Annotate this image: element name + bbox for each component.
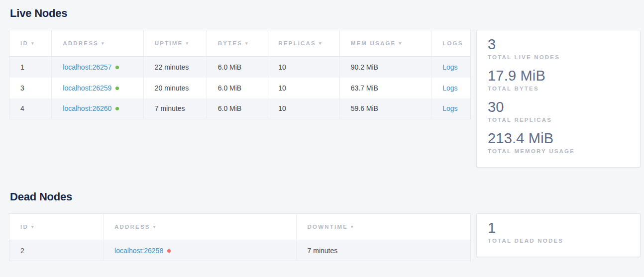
dead-nodes-table: ID▾ ADDRESS▾ DOWNTIME▾ 2 localhost:26258…	[9, 213, 471, 261]
column-label: REPLICAS	[278, 40, 316, 46]
dead-nodes-section: Dead Nodes ID▾ ADDRESS▾ DOWNTIME▾	[9, 190, 641, 261]
stat-total-bytes: 17.9 MiB TOTAL BYTES	[488, 67, 631, 92]
cell-node-id: 3	[9, 78, 52, 98]
dead-status-icon	[167, 249, 171, 253]
sort-arrow-icon: ▾	[319, 41, 322, 46]
cell-logs: Logs	[431, 78, 471, 98]
column-label: LOGS	[442, 40, 463, 46]
cell-bytes: 6.0 MiB	[207, 78, 267, 98]
sort-arrow-icon: ▾	[186, 41, 189, 46]
live-nodes-section: Live Nodes ID▾ ADDRESS▾ UPTIME▾ BYTES▾	[9, 7, 641, 168]
sort-arrow-icon: ▾	[153, 224, 157, 229]
cell-replicas: 10	[267, 57, 340, 78]
live-status-icon	[115, 87, 119, 90]
stat-label: TOTAL BYTES	[488, 86, 631, 92]
cell-mem-usage: 90.2 MiB	[339, 57, 431, 78]
cell-downtime: 7 minutes	[296, 240, 470, 261]
column-header-id[interactable]: ID▾	[9, 30, 52, 57]
sort-arrow-icon: ▾	[399, 41, 402, 46]
cell-mem-usage: 63.7 MiB	[339, 78, 431, 98]
cluster-overview-page: Live Nodes ID▾ ADDRESS▾ UPTIME▾ BYTES▾	[0, 0, 644, 261]
cell-logs: Logs	[431, 57, 471, 78]
stat-total-dead-nodes: 1 TOTAL DEAD NODES	[488, 219, 631, 244]
column-header-replicas[interactable]: REPLICAS▾	[267, 30, 340, 57]
dead-nodes-table-wrap: ID▾ ADDRESS▾ DOWNTIME▾ 2 localhost:26258…	[9, 213, 471, 261]
column-label: DOWNTIME	[308, 224, 348, 230]
stat-value: 213.4 MiB	[488, 130, 631, 147]
node-address-link[interactable]: localhost:26258	[114, 247, 163, 255]
column-header-mem-usage[interactable]: MEM USAGE▾	[339, 30, 431, 57]
cell-replicas: 10	[267, 98, 340, 119]
logs-link[interactable]: Logs	[442, 63, 457, 71]
stat-label: TOTAL DEAD NODES	[488, 238, 631, 244]
stat-label: TOTAL LIVE NODES	[488, 54, 631, 60]
live-table-header-row: ID▾ ADDRESS▾ UPTIME▾ BYTES▾ REPLICAS▾ ME…	[9, 30, 471, 57]
table-row: 1 localhost:26257 22 minutes 6.0 MiB 10 …	[9, 57, 471, 78]
column-label: ADDRESS	[114, 224, 150, 230]
sort-arrow-icon: ▾	[31, 224, 35, 229]
table-row: 2 localhost:26258 7 minutes	[9, 240, 471, 261]
dead-summary-panel: 1 TOTAL DEAD NODES	[476, 213, 641, 257]
cell-uptime: 7 minutes	[143, 98, 207, 119]
live-nodes-table-wrap: ID▾ ADDRESS▾ UPTIME▾ BYTES▾ REPLICAS▾ ME…	[9, 30, 471, 119]
dead-nodes-title: Dead Nodes	[10, 190, 641, 203]
dead-table-header-row: ID▾ ADDRESS▾ DOWNTIME▾	[9, 214, 471, 240]
column-header-address[interactable]: ADDRESS▾	[104, 214, 296, 240]
live-summary-panel: 3 TOTAL LIVE NODES 17.9 MiB TOTAL BYTES …	[476, 30, 641, 168]
stat-value: 1	[488, 219, 631, 237]
sort-arrow-icon: ▾	[102, 41, 105, 46]
column-label: ID	[20, 40, 28, 46]
logs-link[interactable]: Logs	[442, 104, 457, 112]
cell-node-id: 1	[9, 57, 52, 78]
node-address-link[interactable]: localhost:26259	[63, 84, 111, 92]
stat-total-replicas: 30 TOTAL REPLICAS	[488, 98, 631, 123]
column-header-address[interactable]: ADDRESS▾	[52, 30, 143, 57]
cell-node-address: localhost:26259	[52, 78, 143, 98]
stat-label: TOTAL REPLICAS	[488, 117, 631, 123]
cell-node-address: localhost:26258	[104, 240, 296, 261]
dead-nodes-body: ID▾ ADDRESS▾ DOWNTIME▾ 2 localhost:26258…	[9, 213, 641, 261]
column-header-downtime[interactable]: DOWNTIME▾	[296, 214, 470, 240]
cell-uptime: 22 minutes	[143, 57, 207, 78]
cell-logs: Logs	[431, 98, 471, 119]
cell-bytes: 6.0 MiB	[207, 98, 267, 119]
cell-node-address: localhost:26257	[52, 57, 143, 78]
table-row: 3 localhost:26259 20 minutes 6.0 MiB 10 …	[9, 78, 471, 98]
cell-replicas: 10	[267, 78, 340, 98]
cell-mem-usage: 59.6 MiB	[339, 98, 431, 119]
column-header-bytes[interactable]: BYTES▾	[207, 30, 267, 57]
cell-node-id: 2	[9, 240, 104, 261]
node-address-link[interactable]: localhost:26260	[63, 104, 111, 112]
cell-node-address: localhost:26260	[52, 98, 143, 119]
sort-arrow-icon: ▾	[245, 41, 249, 46]
column-label: MEM USAGE	[351, 40, 396, 46]
live-status-icon	[115, 107, 119, 110]
stat-value: 30	[488, 98, 631, 116]
column-label: ID	[20, 224, 28, 230]
table-row: 4 localhost:26260 7 minutes 6.0 MiB 10 5…	[9, 98, 471, 119]
live-nodes-table: ID▾ ADDRESS▾ UPTIME▾ BYTES▾ REPLICAS▾ ME…	[9, 30, 471, 119]
column-label: BYTES	[218, 40, 242, 46]
column-label: UPTIME	[155, 40, 183, 46]
column-header-logs: LOGS	[431, 30, 471, 57]
column-header-id[interactable]: ID▾	[9, 214, 104, 240]
stat-value: 3	[488, 36, 631, 53]
node-address-link[interactable]: localhost:26257	[63, 63, 111, 71]
column-label: ADDRESS	[63, 40, 99, 46]
stat-total-memory-usage: 213.4 MiB TOTAL MEMORY USAGE	[488, 130, 631, 154]
live-nodes-title: Live Nodes	[10, 7, 641, 20]
live-status-icon	[115, 66, 119, 69]
stat-total-live-nodes: 3 TOTAL LIVE NODES	[488, 36, 631, 60]
cell-node-id: 4	[9, 98, 52, 119]
logs-link[interactable]: Logs	[442, 84, 457, 92]
sort-arrow-icon: ▾	[31, 41, 35, 46]
stat-value: 17.9 MiB	[488, 67, 631, 85]
cell-uptime: 20 minutes	[143, 78, 207, 98]
live-nodes-body: ID▾ ADDRESS▾ UPTIME▾ BYTES▾ REPLICAS▾ ME…	[9, 30, 641, 168]
stat-label: TOTAL MEMORY USAGE	[488, 148, 631, 154]
column-header-uptime[interactable]: UPTIME▾	[143, 30, 207, 57]
sort-arrow-icon: ▾	[351, 224, 354, 229]
cell-bytes: 6.0 MiB	[207, 57, 267, 78]
